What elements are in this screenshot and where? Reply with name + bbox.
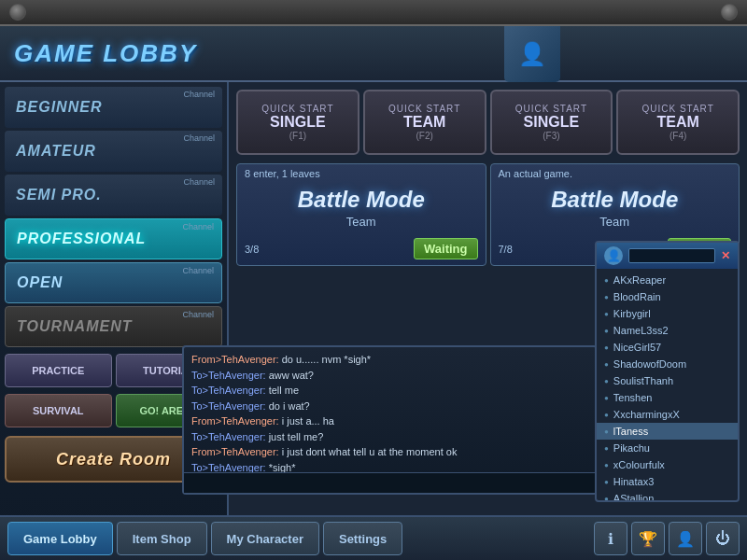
sidebar-item-open[interactable]: Channel Open [5, 262, 222, 303]
player-item-NiceGirl57[interactable]: NiceGirl57 [597, 339, 738, 356]
chat-from-1: From>TehAvenger: [191, 354, 279, 365]
survival-button[interactable]: Survival [5, 394, 112, 427]
chat-msg-4: To>TehAvenger: do i wat? [191, 399, 588, 414]
chat-to-3: To>TehAvenger: [191, 385, 266, 396]
chat-to-4: To>TehAvenger: [191, 400, 266, 412]
room2-mode: Battle Mode [491, 187, 740, 213]
qs2-key: (F2) [416, 131, 432, 141]
qs3-mode: Single [524, 114, 580, 131]
sidebar-item-amateur[interactable]: Channel Amateur [5, 131, 222, 172]
chat-msg-1: From>TehAvenger: do u...... nvm *sigh* [191, 352, 588, 368]
header: Game Lobby 👤 [0, 26, 747, 82]
chat-msg-5: From>TehAvenger: i just a... ha [191, 413, 588, 429]
sidebar-item-tournament[interactable]: Channel Tournament [5, 306, 222, 347]
nav-game-lobby[interactable]: Game Lobby [7, 522, 113, 555]
room1-submode: Team [237, 215, 486, 229]
qs4-title: Quick Start [641, 104, 713, 114]
header-character: 👤 [504, 26, 560, 82]
player-item-AStallion[interactable]: AStallion [597, 490, 738, 500]
qs1-key: (F1) [289, 131, 306, 141]
qs2-title: Quick Start [388, 104, 460, 114]
chat-input[interactable] [184, 473, 596, 493]
player-item-xColourfulx[interactable]: xColourfulx [597, 456, 738, 473]
chat-messages: From>TehAvenger: do u...... nvm *sigh* T… [184, 347, 596, 472]
chat-from-5: From>TehAvenger: [191, 415, 279, 427]
player-search-bar[interactable] [628, 248, 715, 263]
room2-submode: Team [491, 215, 740, 229]
player-item-BloodRain[interactable]: BloodRain [597, 288, 738, 305]
top-circle-right [721, 4, 738, 21]
player-list-panel: 👤 ✕ AKxReaper BloodRain Kirbygirl NameL3… [595, 241, 740, 502]
sidebar-item-professional[interactable]: Channel Professional [5, 218, 222, 259]
player-item-ShadowofDoom[interactable]: ShadowofDoom [597, 356, 738, 372]
quick-start-team-f4[interactable]: Quick Start Team (F4) [616, 90, 740, 155]
top-bar [0, 0, 747, 26]
top-circle-left [9, 4, 26, 21]
practice-button[interactable]: Practice [5, 354, 112, 387]
room1-status: Waiting [414, 238, 477, 259]
chat-msg-6: To>TehAvenger: just tell me? [191, 429, 588, 445]
sidebar-item-semipro[interactable]: Channel Semi Pro. [5, 175, 222, 216]
player-item-SoulistThanh[interactable]: SoulistThanh [597, 372, 738, 389]
professional-channel-label: Channel [182, 222, 214, 231]
tournament-label: Tournament [17, 318, 132, 335]
tournament-channel-label: Channel [182, 310, 214, 319]
room1-count: 3/8 [245, 244, 259, 255]
trophy-icon-button[interactable]: 🏆 [631, 522, 665, 555]
beginner-channel-label: Channel [183, 90, 215, 99]
open-channel-label: Channel [182, 266, 214, 275]
nav-my-character[interactable]: My Character [211, 522, 319, 555]
nav-item-shop[interactable]: Item Shop [117, 522, 207, 555]
player-list-scroll: AKxReaper BloodRain Kirbygirl NameL3ss2 … [597, 269, 738, 500]
info-icon-button[interactable]: ℹ [594, 522, 627, 555]
amateur-channel-label: Channel [183, 133, 215, 143]
quick-start-single-f1[interactable]: Quick Start Single (F1) [236, 90, 359, 155]
header-title: Game Lobby [14, 39, 197, 68]
player-item-Pikachu[interactable]: Pikachu [597, 440, 738, 456]
chat-from-7: From>TehAvenger: [191, 446, 279, 457]
player-item-AKxReaper[interactable]: AKxReaper [597, 272, 738, 288]
qs3-key: (F3) [543, 131, 559, 141]
quick-start-team-f2[interactable]: Quick Start Team (F2) [363, 90, 486, 155]
room-card-1[interactable]: 8 enter, 1 leaves Battle Mode Team 3/8 W… [236, 163, 486, 266]
qs4-mode: Team [656, 114, 698, 131]
player-item-Hinatax3[interactable]: Hinatax3 [597, 473, 738, 490]
quick-start-single-f3[interactable]: Quick Start Single (F3) [490, 90, 613, 155]
room1-footer: 3/8 Waiting [245, 238, 478, 259]
power-icon-button[interactable]: ⏻ [706, 522, 740, 555]
semipro-channel-label: Channel [183, 177, 215, 187]
player-item-Tenshen[interactable]: Tenshen [597, 389, 738, 406]
person-icon-button[interactable]: 👤 [669, 522, 702, 555]
sidebar-item-beginner[interactable]: Channel Beginner [5, 87, 222, 128]
amateur-label: Amateur [16, 143, 96, 160]
chat-to-2: To>TehAvenger: [191, 370, 266, 381]
quick-start-row: Quick Start Single (F1) Quick Start Team… [229, 82, 747, 160]
player-item-Kirbygirl[interactable]: Kirbygirl [597, 305, 738, 322]
player-item-lTaness[interactable]: lTaness [597, 423, 738, 440]
beginner-label: Beginner [16, 99, 102, 116]
room2-header: An actual game. [491, 164, 740, 183]
open-label: Open [17, 274, 63, 291]
chat-input-row [184, 472, 596, 493]
room1-mode: Battle Mode [237, 187, 486, 213]
professional-label: Professional [17, 231, 146, 247]
semipro-label: Semi Pro. [16, 187, 102, 203]
player-avatar-icon: 👤 [604, 246, 623, 265]
nav-settings[interactable]: Settings [323, 522, 402, 555]
qs2-mode: Team [403, 114, 445, 131]
chat-msg-7: From>TehAvenger: i just dont what tell u… [191, 444, 588, 460]
player-list-close-button[interactable]: ✕ [721, 249, 730, 262]
qs1-title: Quick Start [261, 104, 333, 114]
bottom-nav: Game Lobby Item Shop My Character Settin… [0, 515, 747, 560]
chat-to-6: To>TehAvenger: [191, 431, 266, 442]
room1-header: 8 enter, 1 leaves [237, 164, 486, 183]
chat-msg-3: To>TehAvenger: tell me [191, 383, 588, 399]
chat-msg-8: To>TehAvenger: *sigh* [191, 460, 588, 473]
player-list-header: 👤 ✕ [597, 243, 738, 269]
qs4-key: (F4) [669, 131, 686, 141]
player-item-NameL3ss2[interactable]: NameL3ss2 [597, 322, 738, 339]
player-item-XxcharmingxX[interactable]: XxcharmingxX [597, 406, 738, 423]
qs1-mode: Single [270, 114, 326, 131]
room2-count: 7/8 [499, 244, 513, 255]
qs3-title: Quick Start [515, 104, 587, 114]
